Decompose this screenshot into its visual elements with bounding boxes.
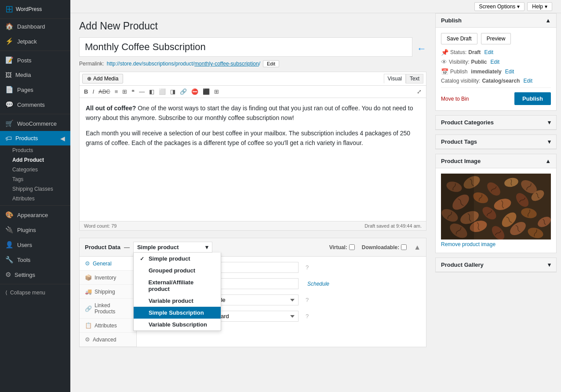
status-info: 📌 Status: Draft Edit: [441, 49, 551, 56]
tb-align-center-button[interactable]: ⬜: [157, 87, 168, 96]
product-title-input[interactable]: [79, 37, 412, 57]
remove-image-link[interactable]: Remove product image: [441, 241, 495, 247]
image-panel-header[interactable]: Product Image ▲: [436, 154, 556, 168]
inventory-icon: 📦: [85, 274, 92, 281]
dropdown-arrow-icon: ▾: [205, 244, 208, 250]
tb-bold-button[interactable]: B: [82, 87, 90, 96]
publish-collapse-icon: ▲: [545, 17, 551, 24]
pd-tab-linked[interactable]: 🔗 Linked Products: [80, 299, 136, 319]
editor-body[interactable]: All out of coffee? One of the worst ways…: [80, 98, 426, 221]
add-media-button[interactable]: ⊕ Add Media: [82, 74, 123, 83]
preview-button[interactable]: Preview: [481, 33, 511, 44]
downloadable-checkbox[interactable]: [401, 244, 407, 250]
dropdown-item-simple-sub[interactable]: Simple Subscription: [134, 307, 221, 319]
dropdown-item-external[interactable]: External/Affiliate product: [134, 276, 221, 295]
image-collapse-icon: ▲: [545, 158, 551, 164]
tb-ol-button[interactable]: ⊞: [120, 87, 129, 96]
sidebar-item-jetpack[interactable]: ⚡ Jetpack: [0, 34, 70, 49]
product-data-toggle-icon[interactable]: ▲: [414, 243, 421, 251]
save-draft-button[interactable]: Save Draft: [441, 33, 477, 44]
sidebar-item-tools[interactable]: 🔧 Tools: [0, 252, 70, 267]
tab-text[interactable]: Text: [406, 74, 423, 83]
tb-align-left-button[interactable]: ◧: [147, 87, 156, 96]
add-media-icon: ⊕: [87, 76, 91, 82]
help-button[interactable]: Help ▾: [527, 2, 552, 11]
pd-tab-shipping[interactable]: 🚚 Shipping: [80, 285, 136, 299]
dropdown-item-variable[interactable]: Variable product: [134, 295, 221, 307]
tb-link-button[interactable]: 🔗: [178, 87, 189, 96]
publish-time-edit-link[interactable]: Edit: [505, 69, 514, 75]
sidebar-item-pages[interactable]: 📄 Pages: [0, 82, 70, 97]
tb-align-right-button[interactable]: ◨: [168, 87, 177, 96]
gallery-panel-header[interactable]: Product Gallery ▾: [436, 258, 556, 272]
permalink-edit-button[interactable]: Edit: [263, 60, 279, 67]
sidebar-item-appearance[interactable]: 🎨 Appearance: [0, 207, 70, 222]
move-to-bin-link[interactable]: Move to Bin: [441, 96, 469, 102]
users-icon: 👤: [5, 241, 14, 249]
pd-tab-advanced[interactable]: ⚙ Advanced: [80, 333, 136, 347]
visibility-edit-link[interactable]: Edit: [490, 59, 499, 65]
sidebar-item-comments[interactable]: 💬 Comments: [0, 97, 70, 112]
word-count: Word count: 79: [84, 223, 117, 229]
pd-tab-attributes[interactable]: 📋 Attributes: [80, 319, 136, 333]
sidebar-item-posts[interactable]: 📝 Posts: [0, 53, 70, 68]
regular-price-help-icon[interactable]: ?: [306, 264, 309, 271]
sidebar-sub-categories[interactable]: Categories: [0, 165, 70, 174]
image-panel-body: Remove product image: [436, 168, 556, 253]
tb-unlink-button[interactable]: ⛔: [189, 87, 200, 96]
sidebar-item-users[interactable]: 👤 Users: [0, 237, 70, 252]
tb-strikethrough-button[interactable]: ABC: [97, 87, 112, 96]
permalink-link[interactable]: http://store.dev/subscriptions/product/m…: [107, 61, 260, 67]
sidebar-sub-shipping-classes[interactable]: Shipping Classes: [0, 184, 70, 194]
dropdown-item-grouped[interactable]: Grouped product: [134, 265, 221, 276]
product-type-select[interactable]: Simple product ▾: [133, 242, 212, 253]
products-icon: 🏷: [5, 134, 12, 142]
sidebar-logo[interactable]: ⊞ WordPress: [0, 0, 70, 19]
posts-icon: 📝: [5, 56, 14, 64]
sidebar-item-woocommerce[interactable]: 🛒 WooCommerce: [0, 116, 70, 131]
pd-tab-general[interactable]: ⚙ General: [80, 257, 136, 271]
virtual-checkbox-label: Virtual:: [329, 244, 355, 250]
tb-separator-button[interactable]: —: [137, 87, 146, 96]
right-sidebar: Publish ▲ Save Draft Preview 📌 Status: D…: [435, 13, 561, 392]
product-tags-panel: Product Tags ▾: [435, 134, 557, 149]
publish-button[interactable]: Publish: [514, 92, 551, 105]
tb-blockquote-button[interactable]: ❝: [130, 87, 136, 96]
dropdown-item-variable-sub[interactable]: Variable Subscription: [134, 319, 221, 330]
sidebar-sub-attributes[interactable]: Attributes: [0, 194, 70, 203]
publish-panel-header[interactable]: Publish ▲: [436, 14, 556, 28]
tb-indent-button[interactable]: ⬛: [201, 87, 211, 96]
screen-options-button[interactable]: Screen Options ▾: [474, 2, 525, 11]
pages-icon: 📄: [5, 86, 14, 94]
editor-bold-text: All out of coffee?: [86, 105, 136, 112]
status-edit-link[interactable]: Edit: [484, 49, 493, 55]
catalog-edit-link[interactable]: Edit: [523, 78, 532, 84]
sidebar-item-media[interactable]: 🖼 Media: [0, 68, 70, 82]
sidebar-sub-add-product[interactable]: Add Product: [0, 155, 70, 165]
tb-ul-button[interactable]: ≡: [113, 87, 120, 96]
tags-panel-header[interactable]: Product Tags ▾: [436, 135, 556, 149]
editor-container: ⊕ Add Media Visual Text B I ABC ≡ ⊞: [79, 72, 426, 231]
product-type-dropdown-container[interactable]: Simple product ▾ ✓ Simple product: [133, 242, 212, 253]
sidebar-item-products[interactable]: 🏷 Products ◀: [0, 131, 70, 145]
tb-fullscreen-button[interactable]: ⤢: [415, 87, 423, 96]
tax-status-help-icon[interactable]: ?: [306, 297, 309, 303]
tab-visual[interactable]: Visual: [384, 74, 406, 83]
tb-table-button[interactable]: ⊞: [212, 87, 221, 96]
tax-class-help-icon[interactable]: ?: [306, 313, 309, 319]
schedule-link[interactable]: Schedule: [307, 281, 329, 287]
sidebar-item-dashboard[interactable]: 🏠 Dashboard: [0, 19, 70, 34]
sidebar-sub-tags[interactable]: Tags: [0, 174, 70, 184]
categories-panel-header[interactable]: Product Categories ▾: [436, 116, 556, 130]
product-image[interactable]: [441, 174, 551, 240]
sidebar-item-plugins[interactable]: 🔌 Plugins: [0, 222, 70, 237]
sidebar-item-settings[interactable]: ⚙ Settings: [0, 267, 70, 282]
sidebar-sub-products[interactable]: Products: [0, 145, 70, 155]
editor-text-p2: Each month you will receive a selection …: [86, 128, 420, 148]
tb-italic-button[interactable]: I: [91, 87, 96, 96]
dropdown-item-simple[interactable]: ✓ Simple product: [134, 253, 221, 265]
collapse-menu[interactable]: ⟨ Collapse menu: [0, 286, 70, 299]
pd-tab-inventory[interactable]: 📦 Inventory: [80, 271, 136, 285]
chevron-down-icon-help: ▾: [545, 4, 547, 10]
virtual-checkbox[interactable]: [349, 244, 355, 250]
